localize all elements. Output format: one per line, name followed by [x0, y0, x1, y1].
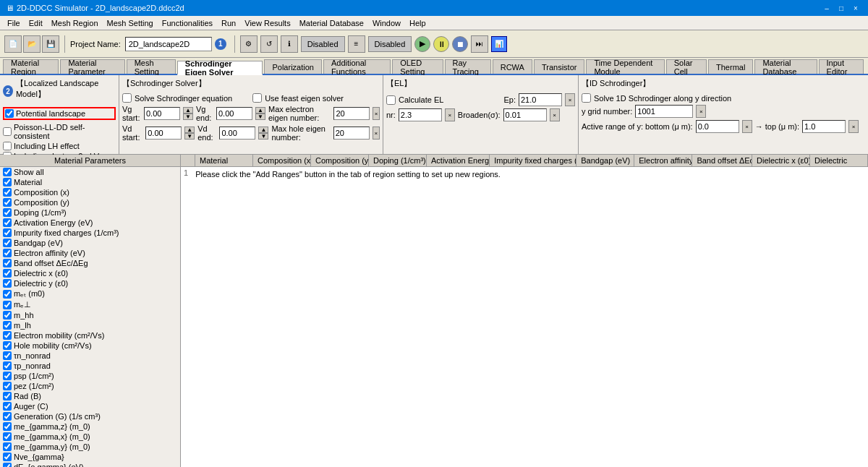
y-grid-clear[interactable]: × — [696, 105, 706, 118]
tab-oled-setting[interactable]: OLED Setting — [392, 59, 443, 74]
tab-mesh-setting[interactable]: Mesh Setting — [127, 59, 176, 74]
vd-start-up[interactable]: ▲ — [184, 127, 195, 133]
save-button[interactable]: 💾 — [42, 35, 59, 53]
minimize-button[interactable]: – — [820, 2, 833, 14]
tab-input-editor[interactable]: Input Editor — [819, 59, 864, 74]
tab-rcwa[interactable]: RCWA — [493, 59, 532, 74]
param-tp-nonrad[interactable] — [3, 361, 12, 370]
menu-material-database[interactable]: Material Database — [295, 18, 368, 28]
param-activation-energy[interactable] — [3, 218, 12, 227]
param-bandgap[interactable] — [3, 239, 12, 247]
param-me-gamma-x[interactable] — [3, 432, 12, 441]
param-auger[interactable] — [3, 402, 12, 411]
param-doping[interactable] — [3, 208, 12, 217]
max-electron-clear[interactable]: × — [373, 107, 380, 120]
disabled-button-1[interactable]: Disabled — [301, 36, 345, 52]
menu-help[interactable]: Help — [405, 18, 430, 28]
nr-input[interactable] — [399, 108, 442, 121]
calculate-el-checkbox[interactable] — [386, 95, 396, 105]
param-me-gamma-y[interactable] — [3, 442, 12, 451]
tab-material-region[interactable]: Material Region — [3, 59, 59, 74]
param-rad[interactable] — [3, 392, 12, 400]
vg-start-input[interactable] — [144, 107, 180, 120]
tab-thermal[interactable]: Thermal — [708, 59, 753, 74]
vg-start-down[interactable]: ▼ — [183, 113, 193, 120]
tab-time-dependent[interactable]: Time Dependent Module — [586, 59, 664, 74]
new-button[interactable]: 📄 — [4, 35, 22, 53]
potential-landscape-checkbox[interactable] — [5, 109, 14, 118]
project-name-input[interactable] — [125, 37, 212, 51]
disabled-button-2[interactable]: Disabled — [368, 36, 412, 52]
param-nve-gamma[interactable] — [3, 453, 12, 461]
info-button[interactable]: ℹ — [281, 35, 298, 53]
max-hole-input[interactable] — [333, 127, 370, 140]
active-range-bottom-clear[interactable]: × — [742, 120, 752, 133]
solve-1d-checkbox[interactable] — [582, 93, 591, 103]
param-composition-x[interactable] — [3, 188, 12, 197]
param-mlh[interactable] — [3, 321, 12, 330]
vg-end-down[interactable]: ▼ — [255, 113, 265, 120]
list-button[interactable]: ≡ — [348, 35, 365, 53]
settings-button[interactable]: ⚙ — [240, 35, 258, 53]
param-material[interactable] — [3, 178, 12, 187]
max-hole-clear[interactable]: × — [373, 127, 380, 140]
active-range-top-clear[interactable]: × — [848, 120, 859, 133]
broaden-input[interactable] — [503, 108, 547, 121]
solve-schrodinger-checkbox[interactable] — [122, 93, 132, 103]
nr-clear[interactable]: × — [445, 108, 455, 121]
tab-ray-tracing[interactable]: Ray Tracing — [445, 59, 491, 74]
param-electron-mobility[interactable] — [3, 331, 12, 340]
menu-window[interactable]: Window — [368, 18, 405, 28]
pause-button[interactable]: ⏸ — [433, 36, 449, 52]
active-range-top-input[interactable] — [802, 120, 846, 133]
tab-additional-functions[interactable]: Additional Functions — [323, 59, 391, 74]
tab-material-database[interactable]: Material Database — [754, 59, 817, 74]
menu-mesh-setting[interactable]: Mesh Setting — [103, 18, 158, 28]
play-button[interactable]: ▶ — [414, 36, 430, 52]
param-psp[interactable] — [3, 372, 12, 380]
stop-button[interactable]: ⏹ — [452, 36, 468, 52]
param-impurity-charges[interactable] — [3, 228, 12, 237]
param-me-gamma-z[interactable] — [3, 422, 12, 431]
vd-end-up[interactable]: ▲ — [258, 127, 268, 133]
max-electron-input[interactable] — [333, 107, 370, 120]
menu-run[interactable]: Run — [217, 18, 240, 28]
param-electron-affinity[interactable] — [3, 249, 12, 257]
ep-clear[interactable]: × — [565, 93, 575, 106]
menu-file[interactable]: File — [3, 18, 25, 28]
broaden-clear[interactable]: × — [550, 108, 560, 121]
maximize-button[interactable]: □ — [835, 2, 848, 14]
vg-start-up[interactable]: ▲ — [183, 107, 193, 113]
refresh-button[interactable]: ↺ — [260, 35, 278, 53]
param-met[interactable] — [3, 290, 12, 299]
param-dielectric-x[interactable] — [3, 269, 12, 278]
vg-end-input[interactable] — [216, 107, 252, 120]
param-mhh[interactable] — [3, 311, 12, 320]
chart-button[interactable]: 📊 — [491, 36, 507, 52]
vg-end-up[interactable]: ▲ — [255, 107, 265, 113]
ep-input[interactable] — [519, 93, 562, 106]
menu-functionalities[interactable]: Functionalities — [158, 18, 217, 28]
param-pez[interactable] — [3, 382, 12, 390]
tab-polarization[interactable]: Polarization — [264, 59, 321, 74]
tab-material-parameter[interactable]: Material Parameter — [60, 59, 124, 74]
vd-end-down[interactable]: ▼ — [258, 133, 268, 140]
vd-start-input[interactable] — [145, 127, 182, 140]
tab-solar-cell[interactable]: Solar Cell — [666, 59, 707, 74]
param-de-gamma[interactable] — [3, 463, 12, 467]
poisson-checkbox[interactable] — [3, 127, 12, 136]
feast-eigen-checkbox[interactable] — [252, 93, 262, 103]
param-tn-nonrad[interactable] — [3, 351, 12, 360]
tab-transistor[interactable]: Transistor — [534, 59, 585, 74]
param-hole-mobility[interactable] — [3, 341, 12, 350]
vd-start-down[interactable]: ▼ — [184, 133, 195, 140]
active-range-bottom-input[interactable] — [696, 120, 739, 133]
lh-effect-checkbox[interactable] — [3, 142, 12, 150]
vd-end-input[interactable] — [219, 127, 255, 140]
open-button[interactable]: 📂 — [23, 35, 41, 53]
y-grid-input[interactable] — [635, 105, 693, 118]
menu-mesh-region[interactable]: Mesh Region — [47, 18, 103, 28]
param-generation[interactable] — [3, 412, 12, 421]
param-show-all[interactable] — [3, 168, 12, 176]
menu-edit[interactable]: Edit — [25, 18, 47, 28]
